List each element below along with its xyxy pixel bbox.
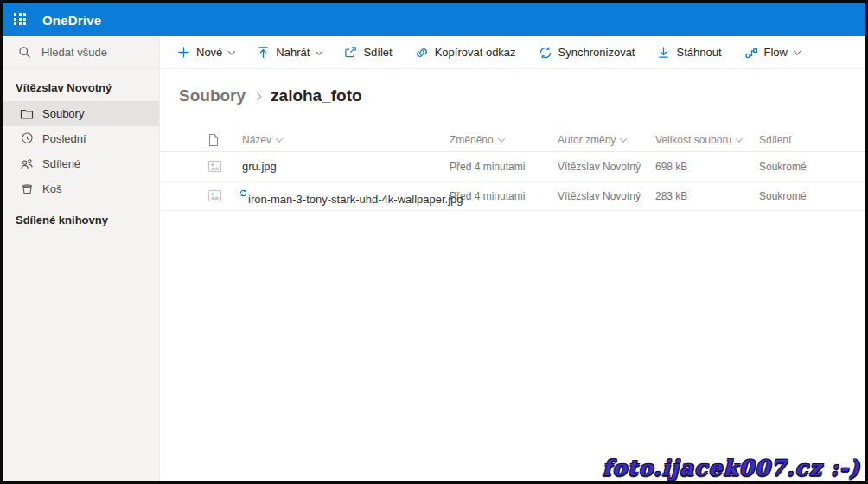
sidebar-item-posledni[interactable]: Poslední — [3, 126, 159, 151]
onedrive-window: OneDrive Hledat všude Vítězslav Novotný … — [0, 0, 868, 484]
trash-icon — [20, 182, 34, 196]
file-author: Vítězslav Novotný — [558, 161, 655, 173]
suite-header: OneDrive — [3, 3, 865, 36]
upload-icon — [257, 46, 270, 59]
sidebar-item-label: Sdílené — [42, 157, 80, 170]
toolbar-label: Kopírovat odkaz — [435, 46, 516, 59]
toolbar-label: Stáhnout — [676, 46, 721, 59]
chevron-down-icon — [794, 48, 801, 54]
sidebar-item-label: Poslední — [42, 132, 86, 145]
upload-button[interactable]: Nahrát — [257, 46, 322, 59]
people-icon — [20, 157, 34, 171]
share-button[interactable]: Sdílet — [344, 46, 392, 59]
file-row[interactable]: iron-man-3-tony-stark-uhd-4k-wallpaper.j… — [160, 182, 865, 211]
sync-icon — [539, 46, 552, 60]
app-title: OneDrive — [42, 13, 101, 28]
search-icon — [18, 46, 31, 59]
command-bar: Nové Nahrát — [160, 36, 865, 69]
clock-icon — [20, 132, 34, 146]
file-modified: Před 4 minutami — [450, 161, 558, 173]
folder-icon — [20, 107, 34, 121]
file-modified: Před 4 minutami — [450, 190, 558, 202]
file-size: 698 kB — [655, 161, 759, 173]
chevron-down-icon — [276, 135, 283, 142]
chevron-down-icon — [316, 48, 322, 54]
file-name: iron-man-3-tony-stark-uhd-4k-wallpaper.j… — [242, 187, 450, 206]
search-input[interactable]: Hledat všude — [3, 36, 159, 69]
toolbar-label: Nové — [196, 46, 222, 59]
sidebar-item-label: Soubory — [42, 107, 84, 120]
column-header-name[interactable]: Název — [242, 134, 450, 146]
sidebar-item-label: Koš — [42, 182, 61, 195]
new-button[interactable]: Nové — [177, 46, 234, 59]
chevron-down-icon — [228, 48, 235, 54]
chevron-down-icon — [497, 135, 504, 142]
sync-button[interactable]: Synchronizovat — [539, 46, 635, 60]
link-icon — [415, 46, 429, 60]
main-content: Nové Nahrát — [160, 36, 865, 481]
column-header-size[interactable]: Velikost souboru — [655, 134, 759, 146]
file-sharing: Soukromé — [759, 190, 865, 202]
sidebar-user-section: Vítězslav Novotný — [3, 69, 159, 101]
sidebar-libraries-section: Sdílené knihovny — [3, 201, 159, 233]
column-header-modified[interactable]: Změněno — [450, 134, 558, 146]
breadcrumb-root[interactable]: Soubory — [179, 86, 246, 105]
breadcrumb: Soubory zaloha_foto — [179, 86, 865, 105]
photographer-watermark: foto.ijacek007.cz :-) — [602, 455, 860, 481]
image-file-icon — [207, 188, 242, 203]
toolbar-label: Nahrát — [276, 46, 310, 59]
toolbar-label: Sdílet — [363, 46, 392, 59]
copy-link-button[interactable]: Kopírovat odkaz — [415, 46, 516, 60]
flow-button[interactable]: Flow — [744, 46, 800, 60]
image-file-icon — [207, 159, 242, 174]
download-button[interactable]: Stáhnout — [657, 46, 721, 59]
file-size: 283 kB — [655, 190, 759, 202]
breadcrumb-chevron-icon — [253, 92, 262, 100]
sidebar-item-soubory[interactable]: Soubory — [3, 101, 159, 126]
download-icon — [657, 46, 670, 59]
share-icon — [344, 46, 357, 59]
file-list: Název Změněno Autor změny Velikost soubo… — [160, 128, 865, 211]
doc-type-icon[interactable] — [207, 133, 242, 147]
file-list-header: Název Změněno Autor změny Velikost soubo… — [160, 128, 865, 152]
file-name: gru.jpg — [242, 160, 450, 173]
sidebar-item-kos[interactable]: Koš — [3, 176, 159, 201]
chevron-down-icon — [736, 135, 743, 142]
file-row[interactable]: gru.jpg Před 4 minutami Vítězslav Novotn… — [160, 152, 865, 182]
toolbar-label: Synchronizovat — [558, 46, 635, 59]
app-launcher-icon[interactable] — [14, 13, 28, 27]
chevron-down-icon — [620, 135, 627, 142]
toolbar-label: Flow — [764, 46, 788, 59]
search-placeholder: Hledat všude — [41, 46, 107, 59]
breadcrumb-current: zaloha_foto — [271, 86, 362, 105]
sidebar: Hledat všude Vítězslav Novotný Soubory P… — [3, 36, 160, 481]
sidebar-item-sdilene[interactable]: Sdílené — [3, 151, 159, 176]
plus-icon — [177, 46, 190, 59]
column-header-author[interactable]: Autor změny — [558, 134, 655, 146]
file-author: Vítězslav Novotný — [558, 190, 655, 202]
flow-icon — [744, 46, 758, 60]
sync-status-icon — [239, 187, 247, 200]
file-sharing: Soukromé — [759, 161, 865, 173]
column-header-sharing[interactable]: Sdílení — [759, 134, 865, 146]
